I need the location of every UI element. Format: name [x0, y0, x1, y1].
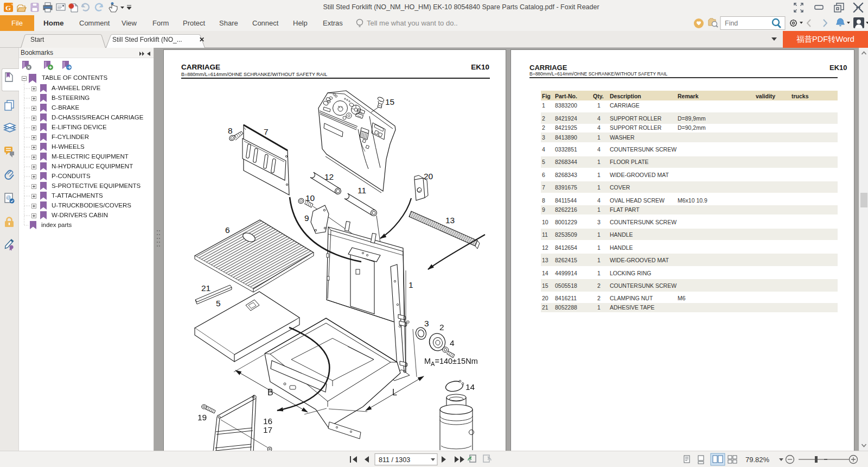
svg-text:9: 9: [304, 213, 309, 223]
svg-text:B=880mm/L=614mm/OHNE SCHRANKE/: B=880mm/L=614mm/OHNE SCHRANKE/WITHOUT SA…: [181, 72, 327, 77]
svg-text:CARRIAGE: CARRIAGE: [181, 63, 220, 71]
svg-text:17: 17: [263, 425, 272, 434]
svg-text:3: 3: [424, 319, 429, 328]
svg-text:4: 4: [450, 338, 455, 348]
svg-text:G: G: [5, 4, 11, 12]
svg-text:8: 8: [228, 126, 233, 135]
svg-text:13: 13: [445, 216, 455, 225]
svg-text:✺: ✺: [68, 2, 74, 10]
svg-text:7: 7: [264, 127, 269, 136]
svg-text:14: 14: [465, 382, 475, 392]
svg-text:21: 21: [201, 283, 210, 293]
svg-text:19: 19: [197, 413, 207, 422]
svg-text:12: 12: [324, 172, 334, 181]
svg-text:20: 20: [424, 172, 433, 181]
svg-text:11: 11: [358, 186, 366, 195]
svg-text:L: L: [392, 388, 397, 397]
svg-text:MA=140±15Nm: MA=140±15Nm: [424, 357, 478, 367]
svg-text:10: 10: [305, 193, 315, 203]
svg-text:1: 1: [409, 280, 413, 289]
svg-text:B: B: [267, 388, 273, 397]
svg-text:EK10: EK10: [471, 63, 489, 71]
svg-text:811 / 1303: 811 / 1303: [379, 456, 410, 464]
svg-text:6: 6: [225, 225, 230, 235]
svg-text:5: 5: [216, 299, 221, 308]
svg-text:2: 2: [439, 323, 444, 332]
svg-text:16: 16: [263, 416, 272, 426]
svg-text:15: 15: [385, 97, 394, 106]
svg-text:Find: Find: [725, 20, 738, 27]
svg-text:79.82%: 79.82%: [745, 456, 770, 464]
